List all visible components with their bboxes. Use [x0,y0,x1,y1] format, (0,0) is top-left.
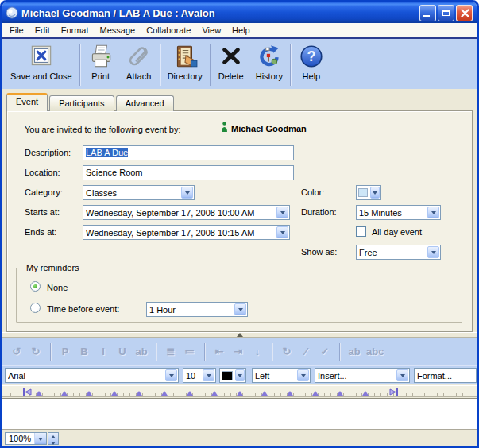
starts-at-label: Starts at: [25,207,60,217]
menu-view[interactable]: View [196,24,226,37]
font-toolbar: Arial 10 Left Insert... Format... [2,365,477,384]
zoom-spinner[interactable] [48,432,59,445]
chevron-down-icon [276,207,288,218]
print-icon [87,42,114,71]
right-indent-marker[interactable] [388,387,400,397]
toolbar-separator [156,343,156,361]
organizer-user-icon [221,122,228,132]
tab-advanced[interactable]: Advanced [116,95,174,111]
zoom-dropdown-button[interactable] [34,433,46,444]
align-select[interactable]: Left [252,368,311,383]
font-color-select[interactable] [219,368,246,383]
starts-at-select[interactable]: Wednesday, September 17, 2008 10:00 AM [83,205,290,220]
show-as-select[interactable]: Free [356,245,441,260]
tab-participants[interactable]: Participants [49,95,114,111]
history-icon [256,42,283,71]
revert-icon: ↻ [280,346,294,357]
indent-increase-icon: ⇥ [231,346,245,357]
tab-stop-marker[interactable] [187,391,193,396]
tab-stop-marker[interactable] [111,391,118,396]
tab-stop-marker[interactable] [211,391,218,396]
tab-stop-marker[interactable] [86,391,92,396]
tab-stop-marker[interactable] [237,391,243,396]
description-selected-text: LAB A Due [86,148,128,157]
insert-down-icon: ↓ [250,346,265,357]
category-select[interactable]: Classes [83,185,195,200]
zoom-level: 100% [6,434,34,443]
delete-button[interactable]: Delete [212,41,250,89]
font-size-select[interactable]: 10 [183,368,216,383]
color-select[interactable] [356,185,381,200]
chevron-down-icon [165,369,177,381]
directory-button[interactable]: Directory [162,41,208,89]
attach-icon [126,42,153,71]
ends-at-select[interactable]: Wednesday, September 17, 2008 10:15 AM [83,225,290,240]
description-input[interactable]: LAB A Due [83,145,294,160]
tab-stop-marker[interactable] [337,391,343,396]
spell-check-icon: abc [366,346,384,357]
left-indent-marker[interactable] [21,387,33,397]
tab-stop-marker[interactable] [161,391,168,396]
window-title: Michael Goodman / LAB A Due : Avalon [21,7,419,19]
reminder-none-label: None [47,283,68,292]
menu-file[interactable]: File [4,24,29,37]
font-family-select[interactable]: Arial [5,368,179,383]
close-icon [457,5,472,21]
tab-stop-marker[interactable] [261,391,268,396]
svg-text:?: ? [307,48,315,64]
help-button[interactable]: ? Help [292,41,330,89]
ruler [2,385,477,397]
ends-at-label: Ends at: [25,227,56,237]
menu-format[interactable]: Format [56,24,95,37]
menu-collaborate[interactable]: Collaborate [141,24,196,37]
menu-edit[interactable]: Edit [29,24,56,37]
toolbar-separator [50,343,51,361]
undo-icon: ↺ [10,346,24,357]
menu-help[interactable]: Help [226,24,256,37]
tab-stop-marker[interactable] [312,391,319,396]
category-label: Category: [25,187,63,197]
close-button[interactable] [456,5,473,21]
spinner-down-icon[interactable] [48,440,58,447]
show-as-label: Show as: [301,247,337,257]
chevron-down-icon [203,369,214,381]
pane-splitter[interactable] [2,332,477,338]
reminder-time-radio[interactable] [30,303,41,313]
tab-stop-marker[interactable] [136,391,142,396]
tab-event[interactable]: Event [6,93,48,111]
underline-icon: U [115,346,129,357]
reminder-none-radio[interactable] [30,281,41,292]
location-input[interactable]: Science Room [83,165,294,180]
format-toolbar: ↺↻PBIUab≣≔⇤⇥↓↻∕✓ababc [2,338,477,365]
menu-message[interactable]: Message [95,24,141,37]
tab-strip: Event Participants Advanced [2,89,477,110]
splitter-arrow-icon [237,333,243,337]
attach-button[interactable]: Attach [120,41,158,89]
tab-stop-marker[interactable] [36,391,42,396]
reminder-time-select[interactable]: 1 Hour [146,302,248,317]
insert-select[interactable]: Insert... [315,368,410,383]
organizer-name: Michael Goodman [231,124,307,133]
all-day-checkbox[interactable] [356,226,366,237]
numbered-list-icon: ≔ [183,346,197,357]
title-bar[interactable]: Michael Goodman / LAB A Due : Avalon [2,2,477,23]
color-swatch [358,188,368,197]
location-label: Location: [25,168,60,177]
message-body[interactable] [2,398,477,430]
event-tab-panel: You are invited to the following event b… [6,110,473,332]
save-and-close-button[interactable]: Save and Close [5,41,78,89]
chevron-down-icon [427,246,439,258]
spinner-up-icon[interactable] [48,433,58,440]
directory-icon [172,42,199,71]
minimize-button[interactable] [419,5,436,21]
zoom-control[interactable]: 100% [5,432,47,445]
print-button[interactable]: Print [82,41,120,89]
tab-stop-marker[interactable] [61,391,68,396]
maximize-button[interactable] [438,5,454,21]
toolbar-separator [290,44,291,86]
format-select[interactable]: Format... [414,368,477,383]
duration-select[interactable]: 15 Minutes [356,205,441,220]
tab-stop-marker[interactable] [362,391,369,396]
tab-stop-marker[interactable] [287,391,293,396]
history-button[interactable]: History [250,41,288,89]
